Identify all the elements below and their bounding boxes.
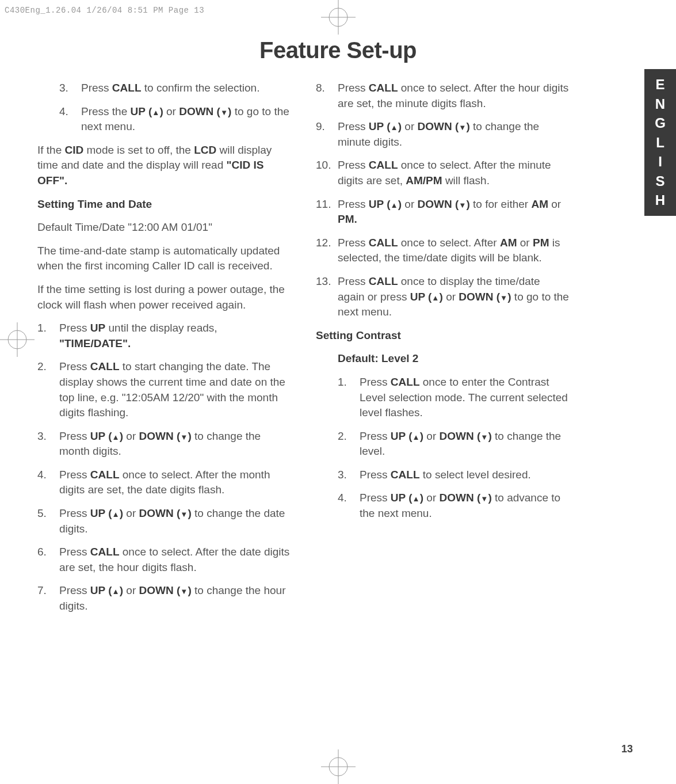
language-tab: ENGLISH	[644, 69, 676, 216]
arrow-down-icon	[180, 507, 188, 519]
time-step-9: 9.Press UP () or DOWN () to change the m…	[316, 119, 569, 150]
time-step-10: 10.Press CALL once to select. After the …	[316, 158, 569, 188]
time-stamp-paragraph: The time-and-date stamp is automatically…	[37, 243, 291, 274]
time-step-2: 2.Press CALL to start changing the date.…	[37, 359, 291, 420]
setting-contrast-heading: Setting Contrast	[316, 328, 569, 344]
arrow-up-icon	[112, 507, 120, 519]
contrast-step-3: 3.Press CALL to select level desired.	[338, 467, 569, 483]
page-number: 13	[621, 743, 633, 755]
left-column: 3.Press CALL to confirm the selection. 4…	[37, 81, 291, 622]
contrast-step-4: 4.Press UP () or DOWN () to advance to t…	[338, 490, 569, 521]
setting-time-heading: Setting Time and Date	[37, 197, 291, 212]
arrow-down-icon	[480, 430, 488, 442]
arrow-up-icon	[112, 430, 120, 442]
time-step-5: 5.Press UP () or DOWN () to change the d…	[37, 506, 291, 536]
time-step-4: 4.Press CALL once to select. After the m…	[37, 467, 291, 498]
arrow-up-icon	[391, 198, 398, 210]
power-outage-paragraph: If the time setting is lost during a pow…	[37, 282, 291, 313]
step-3: 3.Press CALL to confirm the selection.	[59, 81, 291, 96]
time-step-1: 1.Press UP until the display reads, "TIM…	[37, 321, 291, 351]
arrow-down-icon	[180, 584, 188, 596]
step-4: 4.Press the UP () or DOWN () to go to th…	[59, 104, 291, 135]
arrow-up-icon	[112, 584, 120, 596]
arrow-up-icon	[391, 120, 398, 132]
arrow-down-icon	[500, 291, 507, 303]
time-step-3: 3.Press UP () or DOWN () to change the m…	[37, 429, 291, 459]
time-step-8: 8.Press CALL once to select. After the h…	[316, 81, 569, 111]
right-column: 8.Press CALL once to select. After the h…	[316, 81, 569, 622]
arrow-up-icon	[413, 492, 420, 504]
page-title: Feature Set-up	[37, 37, 639, 63]
print-header: C430Eng_1.26.04 1/26/04 8:51 PM Page 13	[5, 6, 204, 15]
arrow-down-icon	[480, 492, 488, 504]
page-content: Feature Set-up 3.Press CALL to confirm t…	[37, 37, 639, 761]
time-step-6: 6.Press CALL once to select. After the d…	[37, 545, 291, 575]
registration-mark-icon	[321, 0, 356, 35]
arrow-down-icon	[180, 430, 188, 442]
time-step-11: 11.Press UP () or DOWN () to for either …	[316, 197, 569, 227]
registration-mark-icon	[0, 322, 35, 357]
arrow-up-icon	[152, 105, 159, 117]
contrast-step-1: 1.Press CALL once to enter the Contrast …	[338, 375, 569, 421]
time-step-7: 7.Press UP () or DOWN () to change the h…	[37, 583, 291, 614]
arrow-up-icon	[431, 291, 439, 303]
arrow-up-icon	[413, 430, 420, 442]
cid-off-paragraph: If the CID mode is set to off, the LCD w…	[37, 143, 291, 189]
default-level-heading: Default: Level 2	[316, 351, 569, 367]
default-time-text: Default Time/Date "12:00 AM 01/01"	[37, 220, 291, 235]
time-step-12: 12.Press CALL once to select. After AM o…	[316, 235, 569, 266]
arrow-down-icon	[459, 198, 466, 210]
contrast-step-2: 2.Press UP () or DOWN () to change the l…	[338, 429, 569, 459]
time-step-13: 13.Press CALL once to display the time/d…	[316, 274, 569, 320]
arrow-down-icon	[459, 120, 466, 132]
arrow-down-icon	[220, 105, 228, 117]
